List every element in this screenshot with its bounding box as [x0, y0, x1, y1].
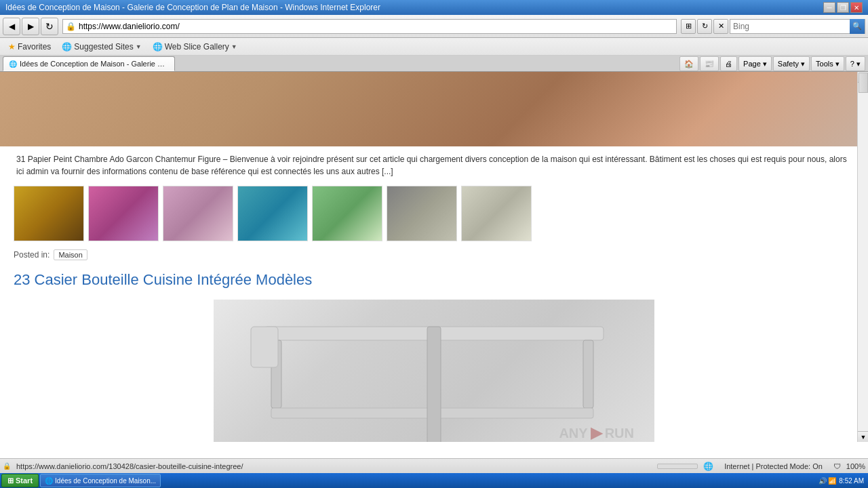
restore-button[interactable]: ❐ [837, 2, 849, 13]
globe-icon: 🌐 [703, 462, 713, 471]
page-content: 31 Papier Peint Chambre Ado Garcon Chant… [0, 153, 868, 442]
status-url: https://www.danieliorio.com/130428/casie… [16, 462, 652, 470]
navigation-bar: ◀ ▶ ↻ 🔒 ⊞ ↻ ✕ 🔍 [0, 15, 868, 38]
favorites-button[interactable]: ★ Favorites [5, 41, 54, 53]
thumbnail-6[interactable] [387, 186, 457, 241]
shield-icon: 🛡 [833, 462, 841, 470]
thumbnail-1[interactable] [14, 186, 84, 241]
forward-button[interactable]: ▶ [22, 18, 39, 35]
stop-button[interactable]: ✕ [713, 19, 728, 34]
suggested-arrow-icon: ▼ [136, 43, 142, 50]
security-icon: 🔒 [3, 462, 11, 470]
ie-icon2: 🌐 [153, 42, 163, 52]
suggested-sites-button[interactable]: 🌐 Suggested Sites ▼ [59, 41, 144, 53]
safety-button[interactable]: Safety ▾ [773, 56, 810, 71]
posted-in: Posted in: Maison [14, 249, 854, 260]
search-button[interactable]: 🔍 [850, 19, 865, 34]
web-slice-button[interactable]: 🌐 Web Slice Gallery ▼ [150, 41, 240, 53]
title-bar-controls: ─ ❐ ✕ [823, 2, 863, 13]
vertical-scrollbar[interactable]: ▲ ▼ [857, 72, 868, 442]
compat-view-button[interactable]: ⊞ [681, 19, 696, 34]
article-title[interactable]: 23 Casier Bouteille Cuisine Intégrée Mod… [14, 271, 854, 289]
home-button[interactable]: 🏠 [679, 56, 698, 71]
scroll-down-button[interactable]: ▼ [858, 431, 868, 442]
status-zone: Internet | Protected Mode: On [719, 462, 828, 470]
back-button[interactable]: ◀ [3, 18, 20, 35]
refresh-nav-button[interactable]: ↻ [697, 19, 712, 34]
ie-taskbar-icon: 🌐 [45, 477, 53, 485]
tab-label: Idées de Conception de Maison - Galerie … [20, 60, 169, 68]
taskbar-right: 🔊 📶 8:52 AM [818, 477, 867, 485]
svg-rect-5 [251, 327, 278, 367]
ie-taskbar-label: Idées de Conception de Maison... [55, 477, 156, 485]
title-bar: Idées de Conception de Maison - Galerie … [0, 0, 868, 15]
search-bar[interactable]: 🔍 [730, 19, 865, 34]
favorites-bar: ★ Favorites 🌐 Suggested Sites ▼ 🌐 Web Sl… [0, 38, 868, 56]
thumbnail-2[interactable] [88, 186, 159, 241]
scroll-thumb[interactable] [859, 73, 868, 93]
desk-svg [231, 313, 637, 442]
feeds-button[interactable]: 📰 [700, 56, 719, 71]
refresh-button[interactable]: ↻ [41, 18, 58, 35]
page-button[interactable]: Page ▾ [738, 56, 772, 71]
tab-toolbar-right: 🏠 📰 🖨 Page ▾ Safety ▾ Tools ▾ ? ▾ [679, 56, 865, 71]
active-tab[interactable]: 🌐 Idées de Conception de Maison - Galeri… [3, 56, 175, 71]
close-button[interactable]: ✕ [850, 2, 863, 13]
star-icon: ★ [8, 42, 16, 52]
taskbar-time: 8:52 AM [839, 477, 864, 485]
favorites-label: Favorites [18, 42, 51, 52]
taskbar: ⊞ Start 🌐 Idées de Conception de Maison.… [0, 473, 868, 488]
status-slider [657, 464, 698, 469]
thumbnail-5[interactable] [312, 186, 382, 241]
tab-favicon-icon: 🌐 [9, 60, 17, 68]
status-sliders [657, 464, 698, 469]
lock-icon: 🔒 [66, 22, 76, 31]
tools-button[interactable]: Tools ▾ [811, 56, 844, 71]
taskbar-icons: 🔊 📶 [818, 477, 837, 485]
thumbnails-row [14, 186, 854, 241]
svg-rect-4 [427, 327, 441, 442]
browser-content: 31 Papier Peint Chambre Ado Garcon Chant… [0, 72, 868, 442]
article-image: ANY ▶ RUN [214, 300, 654, 442]
thumbnail-3[interactable] [163, 186, 233, 241]
zoom-level: 100% [846, 462, 865, 470]
posted-in-label: Posted in: [14, 250, 50, 260]
maison-tag[interactable]: Maison [54, 249, 87, 260]
help-button[interactable]: ? ▾ [846, 56, 865, 71]
minimize-button[interactable]: ─ [823, 2, 835, 13]
thumbnail-4[interactable] [237, 186, 308, 241]
ie-taskbar-item[interactable]: 🌐 Idées de Conception de Maison... [40, 474, 161, 487]
hero-image [0, 72, 868, 146]
svg-rect-2 [583, 340, 593, 408]
article-description: 31 Papier Peint Chambre Ado Garcon Chant… [14, 153, 854, 178]
webslice-arrow-icon: ▼ [231, 43, 237, 50]
url-input[interactable] [79, 22, 673, 31]
web-slice-label: Web Slice Gallery [165, 42, 229, 52]
windows-icon: ⊞ [7, 476, 14, 485]
address-bar[interactable]: 🔒 [62, 19, 677, 34]
window-title: Idées de Conception de Maison - Galerie … [5, 3, 823, 12]
start-button[interactable]: ⊞ Start [1, 474, 39, 487]
status-bar: 🔒 https://www.danieliorio.com/130428/cas… [0, 458, 868, 473]
ie-icon: 🌐 [62, 42, 72, 52]
tab-bar: 🌐 Idées de Conception de Maison - Galeri… [0, 56, 868, 72]
search-input[interactable] [730, 22, 850, 31]
print-button[interactable]: 🖨 [720, 56, 737, 71]
status-right: 🛡 100% [833, 462, 865, 470]
suggested-sites-label: Suggested Sites [74, 42, 133, 52]
start-label: Start [16, 476, 33, 485]
thumbnail-7[interactable] [461, 186, 532, 241]
